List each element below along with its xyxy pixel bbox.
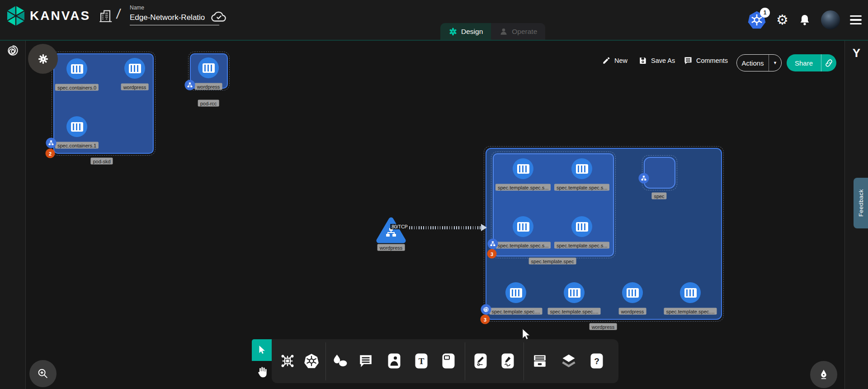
component-tool[interactable] bbox=[279, 353, 296, 369]
service-node[interactable] bbox=[375, 216, 407, 244]
layers-icon bbox=[561, 353, 577, 369]
node-label: spec.template.spec.s... bbox=[554, 242, 609, 249]
copy-link-button[interactable] bbox=[821, 54, 836, 71]
drawer-icon bbox=[532, 353, 547, 369]
dock-divider bbox=[524, 342, 524, 380]
container-icon bbox=[129, 64, 141, 73]
edge-pen-icon bbox=[475, 354, 487, 369]
tab-design[interactable]: Design bbox=[440, 23, 491, 40]
comment-icon bbox=[684, 56, 693, 65]
design-name-input[interactable]: Edge-Network-Relatio bbox=[130, 13, 219, 25]
node-spec[interactable] bbox=[644, 157, 675, 189]
group-label: pod-skd bbox=[90, 158, 113, 165]
node-label: spec.template.spec.... bbox=[664, 308, 717, 315]
tab-operate[interactable]: Operate bbox=[491, 23, 545, 40]
node-label: wordpress bbox=[121, 84, 149, 90]
container-node[interactable] bbox=[513, 216, 533, 237]
notifications-bell-icon[interactable] bbox=[798, 13, 811, 27]
header-right: 1 ⚙ bbox=[747, 0, 862, 40]
save-icon bbox=[638, 56, 647, 65]
feedback-label: Feedback bbox=[858, 189, 864, 217]
group-label: pod-rcc bbox=[198, 100, 219, 107]
container-icon bbox=[203, 63, 215, 73]
meshery-badge[interactable] bbox=[481, 304, 491, 315]
group-pod-template[interactable] bbox=[493, 153, 614, 256]
magnifier-plus-icon bbox=[37, 367, 49, 380]
network-badge[interactable] bbox=[185, 80, 195, 90]
edge-style-tool[interactable] bbox=[475, 354, 487, 369]
container-node[interactable] bbox=[505, 282, 526, 303]
container-node[interactable] bbox=[571, 158, 592, 179]
cursor-icon bbox=[257, 345, 266, 355]
note-tool[interactable] bbox=[443, 354, 455, 369]
actions-button[interactable]: Actions bbox=[737, 55, 769, 71]
container-node[interactable] bbox=[622, 282, 643, 303]
asterisk-icon bbox=[37, 53, 49, 65]
node-label: spec.template.spec.s... bbox=[554, 184, 609, 191]
container-node[interactable] bbox=[66, 116, 87, 137]
container-icon bbox=[71, 122, 83, 132]
menu-hamburger-icon[interactable] bbox=[850, 15, 862, 25]
media-tool[interactable] bbox=[388, 354, 401, 369]
design-flower-icon bbox=[448, 27, 458, 36]
kubernetes-tool[interactable] bbox=[303, 353, 320, 369]
operate-person-icon bbox=[499, 27, 508, 36]
count-badge[interactable]: 2 bbox=[46, 149, 55, 158]
header: KANVAS / Name Edge-Network-Relatio bbox=[0, 0, 868, 40]
actions-dropdown-arrow[interactable]: ▼ bbox=[769, 55, 781, 71]
dock-toggle-button[interactable] bbox=[28, 44, 58, 74]
user-avatar[interactable] bbox=[821, 10, 840, 29]
container-icon bbox=[576, 164, 588, 174]
dock-divider bbox=[326, 342, 326, 380]
count-badge[interactable]: 3 bbox=[481, 315, 490, 324]
feedback-tab[interactable]: Feedback bbox=[854, 178, 868, 228]
component-icon bbox=[279, 353, 296, 369]
zoom-button[interactable] bbox=[29, 360, 57, 387]
service-edge[interactable] bbox=[407, 226, 481, 229]
tab-design-label: Design bbox=[461, 28, 483, 36]
node-label: spec.template.spec.s... bbox=[495, 184, 551, 191]
container-node[interactable] bbox=[680, 282, 701, 303]
comments-button[interactable]: Comments bbox=[684, 56, 728, 65]
network-badge[interactable] bbox=[488, 239, 498, 249]
layers-tool[interactable] bbox=[561, 353, 577, 369]
cursor-tool[interactable] bbox=[252, 339, 272, 361]
meshery-spiral-icon[interactable] bbox=[7, 44, 19, 57]
node-label: spec.containers.1 bbox=[55, 142, 99, 149]
hand-tool[interactable] bbox=[255, 365, 269, 379]
container-icon bbox=[517, 164, 529, 174]
container-node[interactable] bbox=[513, 158, 533, 179]
ink-pen-button[interactable] bbox=[810, 361, 837, 388]
save-as-button[interactable]: Save As bbox=[638, 56, 675, 65]
organization-icon[interactable] bbox=[98, 8, 113, 24]
new-button[interactable]: New bbox=[602, 56, 627, 65]
node-label: wordpress bbox=[195, 83, 222, 90]
kanvas-logo[interactable]: KANVAS bbox=[6, 5, 90, 26]
freehand-pencil-icon bbox=[502, 354, 514, 369]
sitemap-icon bbox=[641, 176, 647, 181]
pencil-icon bbox=[602, 56, 611, 65]
cloud-sync-icon bbox=[210, 10, 227, 24]
freehand-tool[interactable] bbox=[502, 354, 514, 369]
text-tool[interactable]: T bbox=[415, 354, 428, 369]
layer5-y-logo[interactable]: Y bbox=[853, 46, 860, 60]
settings-gear-icon[interactable]: ⚙ bbox=[776, 13, 788, 27]
share-button[interactable]: Share bbox=[787, 54, 821, 71]
kubernetes-count-badge: 1 bbox=[760, 8, 770, 18]
container-node[interactable] bbox=[66, 58, 87, 79]
count-badge[interactable]: 3 bbox=[487, 249, 497, 259]
container-node[interactable] bbox=[564, 282, 585, 303]
help-tool[interactable]: ? bbox=[591, 354, 603, 369]
network-badge[interactable] bbox=[639, 173, 649, 184]
container-node[interactable] bbox=[198, 57, 219, 78]
network-badge[interactable] bbox=[46, 138, 57, 148]
shapes-tool[interactable] bbox=[331, 353, 349, 369]
kanvas-logo-icon bbox=[6, 5, 25, 26]
sitemap-icon bbox=[187, 82, 193, 88]
container-node[interactable] bbox=[571, 216, 592, 237]
container-node[interactable] bbox=[124, 58, 145, 79]
comment-tool[interactable] bbox=[358, 353, 373, 369]
container-icon bbox=[517, 222, 529, 232]
kubernetes-context[interactable]: 1 bbox=[747, 10, 766, 29]
drawer-tool[interactable] bbox=[532, 353, 547, 369]
